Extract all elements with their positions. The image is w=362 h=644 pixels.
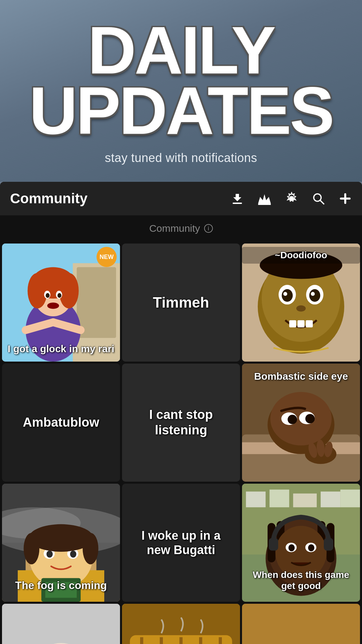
svg-rect-85 [269,538,278,551]
svg-rect-36 [306,320,313,327]
info-icon: i [204,224,213,233]
svg-rect-2 [258,204,271,205]
svg-rect-72 [321,491,341,507]
svg-point-31 [283,292,287,296]
svg-point-84 [308,544,314,551]
svg-rect-86 [324,538,333,551]
svg-point-5 [314,194,321,201]
svg-rect-73 [340,490,360,507]
grid-item-whendoes[interactable]: When does this game get good [242,484,360,602]
hero-subtitle: stay tuned with notifications [13,151,349,165]
svg-point-64 [83,533,99,565]
svg-rect-8 [340,198,351,200]
svg-point-20 [57,293,61,298]
svg-point-29 [282,289,293,302]
app-container: Community [0,182,362,644]
grid-item-bugatti[interactable]: I woke up in a new Bugatti [122,484,240,602]
svg-point-63 [24,533,40,565]
grid-item-label-bombastic: Bombastic side eye [242,367,360,386]
svg-rect-0 [233,203,242,204]
svg-rect-70 [269,490,289,507]
svg-rect-69 [246,491,266,507]
svg-point-60 [47,550,53,557]
svg-point-30 [309,289,320,302]
grid-item-grilled[interactable]: Grilled cheese [122,604,240,644]
add-icon[interactable] [339,192,352,205]
grid-item-fog[interactable]: The fog is coming [2,484,120,602]
grid-item-timmeh[interactable]: Timmeh [122,244,240,362]
svg-rect-87 [2,604,120,644]
hero-title: DAILY UPDATES [13,20,349,141]
grid-item-last3[interactable] [242,604,360,644]
hero-section: DAILY UPDATES stay tuned with notificati… [0,0,362,182]
svg-rect-106 [242,604,360,644]
search-icon[interactable] [312,192,325,205]
grid-item-doodiofoo[interactable]: ~Doodiofoo [242,244,360,362]
grid-item-bombastic[interactable]: Bombastic side eye [242,364,360,482]
grid-item-label-bugatti: I woke up in a new Bugatti [122,484,240,602]
svg-rect-34 [289,320,296,327]
svg-point-15 [27,273,47,309]
toolbar-title: Community [10,191,231,207]
grid-item-label-fog: The fog is coming [2,572,120,598]
svg-rect-35 [297,320,304,327]
svg-rect-71 [293,493,317,507]
toolbar: Community [0,182,362,215]
grid-item-label-doodiofoo: ~Doodiofoo [242,247,360,264]
grid-item-label-icant: I cant stop listening [122,364,240,482]
svg-line-6 [320,200,324,204]
section-header: Community i [0,215,362,241]
toolbar-icons [231,192,352,205]
grid-item-label-lois: I got a glock in my rari [2,336,120,362]
svg-point-16 [59,273,79,309]
svg-point-46 [305,414,315,423]
download-icon[interactable] [231,192,244,205]
svg-point-83 [288,544,295,551]
settings-icon[interactable] [285,192,298,205]
meme-grid: NEW I got a glock in my rari Timmeh [0,241,362,644]
svg-point-19 [46,293,50,298]
grid-item-last1[interactable] [2,604,120,644]
new-badge: NEW [97,247,117,267]
svg-point-21 [47,303,59,309]
grid-item-ambatublow[interactable]: Ambatublow [2,364,120,482]
crown-icon[interactable] [257,192,272,205]
grid-item-lois[interactable]: NEW I got a glock in my rari [2,244,120,362]
grid-item-label-timmeh: Timmeh [122,244,240,362]
grid-item-icant[interactable]: I cant stop listening [122,364,240,482]
svg-marker-1 [258,194,271,204]
section-label: Community [149,223,200,234]
svg-point-32 [311,292,315,296]
svg-point-45 [288,415,297,424]
grid-item-label-ambatublow: Ambatublow [2,364,120,482]
svg-point-33 [296,305,306,312]
svg-point-61 [70,550,76,557]
grid-item-label-whendoes: When does this game get good [242,562,360,598]
